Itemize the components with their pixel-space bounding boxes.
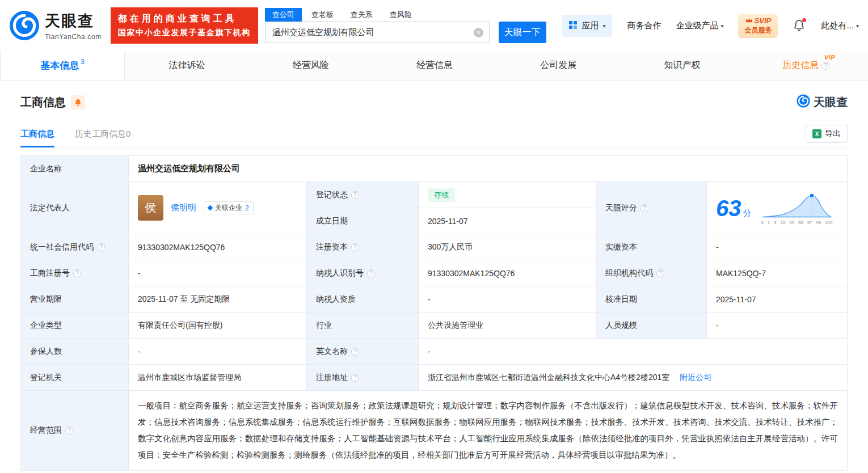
table-row: 法定代表人 侯 侯明明 关联企业 2 登记状态 bbox=[21, 182, 848, 208]
main-content: 工商信息 天眼查 工商信息 历史工商信息0 X 导出 bbox=[0, 94, 868, 471]
svip-subtitle: 会员服务 bbox=[744, 26, 772, 35]
tab-history-info[interactable]: VIP 历史信息 ? bbox=[744, 51, 868, 80]
search-tab-risk[interactable]: 查风险 bbox=[382, 8, 419, 22]
status-badge: 存续 bbox=[428, 188, 455, 202]
subtab-history-business-info[interactable]: 历史工商信息0 bbox=[75, 129, 130, 147]
excel-icon: X bbox=[812, 129, 821, 138]
tab-operating-risk[interactable]: 经营风险 bbox=[249, 51, 373, 80]
field-value-company-type: 有限责任公司(国有控股) bbox=[129, 312, 307, 339]
field-value-company-name: 温州交运低空规划有限公司 bbox=[129, 156, 848, 182]
related-companies-badge[interactable]: 关联企业 2 bbox=[204, 201, 254, 214]
help-icon[interactable]: ? bbox=[641, 204, 648, 212]
help-icon[interactable]: ? bbox=[97, 243, 105, 251]
nearby-companies-link[interactable]: 附近公司 bbox=[680, 373, 711, 383]
tab-business-info[interactable]: 经营信息 bbox=[373, 51, 496, 80]
tianyancha-logo[interactable]: 天眼查 TianYanCha.com bbox=[9, 10, 102, 41]
slogan-line1: 都在用的商业查询工具 bbox=[118, 13, 251, 25]
monitor-bell-icon[interactable] bbox=[71, 95, 85, 109]
search-button[interactable]: 天眼一下 bbox=[499, 22, 546, 43]
field-label-staff-size: 人员规模 bbox=[596, 312, 707, 339]
more-menu[interactable]: 此处有... ▾ bbox=[821, 20, 859, 31]
table-row: 营业期限 2025-11-07 至 无固定期限 纳税人资质 - 核准日期 202… bbox=[21, 286, 848, 312]
tab-legal-proceedings[interactable]: 法律诉讼 bbox=[125, 51, 248, 80]
logo-title: 天眼查 bbox=[45, 11, 102, 31]
svip-title: SVIP bbox=[755, 16, 772, 25]
field-value-tianyan-score: 63分 0131550859799100 bbox=[707, 182, 848, 234]
field-value-legal-representative: 侯 侯明明 关联企业 2 bbox=[129, 182, 307, 234]
score-axis-labels: 0131550859799100 bbox=[761, 220, 833, 225]
top-menu: 应用 ▾ 商务合作 企业级产品 ▾ SVIP 会员服务 bbox=[562, 14, 859, 38]
table-row: 统一社会信用代码 ? 91330302MAK125QQ76 注册资本 ? 300… bbox=[21, 234, 848, 260]
help-icon[interactable]: ? bbox=[65, 426, 73, 434]
table-row: 企业类型 有限责任公司(国有控股) 行业 公共设施管理业 人员规模 - bbox=[21, 312, 848, 339]
crown-icon bbox=[745, 16, 753, 25]
section-brand-logo: 天眼查 bbox=[797, 94, 848, 110]
chevron-down-icon: ▾ bbox=[602, 23, 605, 29]
field-label-registration-number: 工商注册号 ? bbox=[21, 260, 129, 286]
help-icon[interactable]: ? bbox=[656, 269, 664, 277]
field-label-approval-date: 核准日期 bbox=[596, 286, 707, 312]
field-label-english-name: 英文名称 ? bbox=[307, 339, 419, 365]
field-label-insured-count: 参保人数 bbox=[21, 339, 129, 365]
brand-swirl-icon bbox=[797, 94, 810, 110]
export-button[interactable]: X 导出 bbox=[806, 125, 848, 143]
field-value-establish-date: 2025-11-07 bbox=[419, 208, 596, 234]
search-tab-relation[interactable]: 查关系 bbox=[343, 8, 380, 22]
tab-basic-info[interactable]: 基本信息 3 bbox=[0, 51, 125, 80]
svip-membership-badge[interactable]: SVIP 会员服务 bbox=[738, 14, 778, 38]
field-label-org-code: 组织机构代码 ? bbox=[596, 260, 707, 286]
tab-company-development[interactable]: 公司发展 bbox=[496, 51, 620, 80]
search-tabs: 查公司 查老板 查关系 查风险 bbox=[265, 8, 546, 22]
enterprise-products-menu[interactable]: 企业级产品 ▾ bbox=[676, 20, 723, 31]
field-label-paid-capital: 实缴资本 bbox=[596, 234, 707, 260]
table-row: 企业名称 温州交运低空规划有限公司 bbox=[21, 156, 848, 182]
field-label-registration-status: 登记状态 ? bbox=[307, 182, 419, 208]
related-companies-icon bbox=[208, 205, 213, 211]
field-label-registration-authority: 登记机关 bbox=[21, 365, 129, 391]
search-input[interactable] bbox=[266, 22, 489, 43]
field-value-registration-status: 存续 bbox=[419, 182, 596, 208]
business-cooperation-link[interactable]: 商务合作 bbox=[627, 20, 661, 31]
field-value-taxpayer-quality: - bbox=[419, 286, 596, 312]
help-icon[interactable]: ? bbox=[351, 191, 359, 199]
logo-swirl-icon bbox=[9, 10, 40, 41]
clear-icon[interactable]: × bbox=[474, 28, 483, 37]
field-label-registered-address: 注册地址 ? bbox=[307, 365, 419, 391]
field-value-business-scope: 一般项目：航空商务服务；航空运营支持服务；咨询策划服务；政策法规课题研究；规划设… bbox=[129, 391, 848, 471]
help-icon[interactable]: ? bbox=[73, 269, 81, 277]
help-icon[interactable]: ? bbox=[351, 243, 359, 251]
legal-rep-name-link[interactable]: 侯明明 bbox=[171, 202, 196, 213]
field-label-registered-capital: 注册资本 ? bbox=[307, 234, 419, 260]
field-value-registration-authority: 温州市鹿城区市场监督管理局 bbox=[129, 365, 307, 391]
help-icon[interactable]: ? bbox=[821, 62, 829, 70]
vip-flag: VIP bbox=[824, 54, 835, 61]
company-nav-tabs: 基本信息 3 法律诉讼 经营风险 经营信息 公司发展 知识产权 VIP 历史信息… bbox=[0, 51, 868, 81]
apps-menu[interactable]: 应用 ▾ bbox=[562, 15, 612, 37]
search-tab-boss[interactable]: 查老板 bbox=[304, 8, 341, 22]
field-value-credit-code: 91330302MAK125QQ76 bbox=[129, 234, 307, 260]
notifications-bell[interactable] bbox=[793, 19, 806, 32]
search-tab-company[interactable]: 查公司 bbox=[265, 8, 302, 22]
field-value-english-name: - bbox=[419, 339, 848, 365]
topbar: 天眼查 TianYanCha.com 都在用的商业查询工具 国家中小企业发展子基… bbox=[0, 0, 868, 51]
subtab-business-info[interactable]: 工商信息 bbox=[20, 129, 54, 147]
field-label-taxpayer-quality: 纳税人资质 bbox=[307, 286, 419, 312]
slogan-banner: 都在用的商业查询工具 国家中小企业发展子基金旗下机构 bbox=[111, 7, 258, 44]
field-value-taxpayer-id: 91330302MAK125QQ76 bbox=[419, 260, 596, 286]
brand-name: 天眼查 bbox=[814, 95, 848, 110]
help-icon[interactable]: ? bbox=[367, 269, 375, 277]
search-box: × bbox=[265, 22, 490, 43]
field-label-legal-representative: 法定代表人 bbox=[21, 182, 129, 234]
table-row: 登记机关 温州市鹿城区市场监督管理局 注册地址 ? 浙江省温州市鹿城区七都街道温… bbox=[21, 365, 848, 391]
apps-grid-icon bbox=[568, 20, 578, 31]
field-label-industry: 行业 bbox=[307, 312, 419, 339]
legal-rep-avatar[interactable]: 侯 bbox=[138, 195, 163, 221]
score-number: 63 bbox=[716, 196, 741, 221]
field-label-credit-code: 统一社会信用代码 ? bbox=[21, 234, 129, 260]
field-label-company-type: 企业类型 bbox=[21, 312, 129, 339]
help-icon[interactable]: ? bbox=[351, 374, 359, 382]
field-value-approval-date: 2025-11-07 bbox=[707, 286, 848, 312]
tab-intellectual-property[interactable]: 知识产权 bbox=[620, 51, 744, 80]
help-icon[interactable]: ? bbox=[351, 348, 359, 356]
slogan-line2: 国家中小企业发展子基金旗下机构 bbox=[118, 28, 251, 38]
